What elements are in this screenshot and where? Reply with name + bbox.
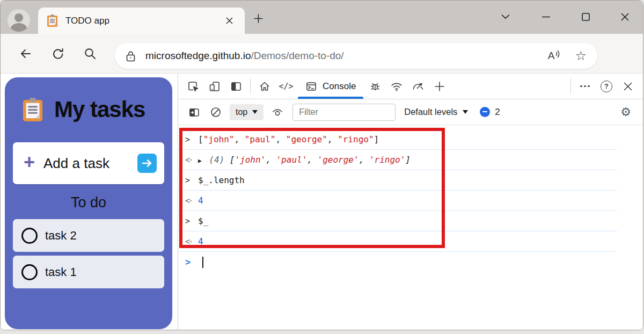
address-bar[interactable]: microsoftedge.github.io/Demos/demo-to-do… <box>115 43 597 69</box>
task-row[interactable]: task 2 <box>13 219 164 252</box>
add-task-input[interactable]: + Add a task <box>13 142 164 184</box>
console-output-arrow-icon: <· <box>185 237 198 246</box>
chevron-down-icon <box>463 110 468 114</box>
content-area: My tasks + Add a task To do task 2 <box>1 74 643 330</box>
devtools-close-icon[interactable] <box>617 76 639 97</box>
devtools-more-menu-icon[interactable] <box>574 76 596 97</box>
add-task-submit-button[interactable] <box>137 154 157 173</box>
todo-header: My tasks <box>5 77 172 122</box>
console-output-arrow-icon: <· <box>185 196 198 206</box>
url-text: microsoftedge.github.io/Demos/demo-to-do… <box>145 50 344 62</box>
browser-tab-todo-app[interactable]: TODO app <box>38 8 245 34</box>
console-filter-input[interactable] <box>292 104 396 121</box>
console-toolbar: top Default levels 2 ⚙ <box>178 99 643 125</box>
tab-strip: TODO app <box>1 1 643 34</box>
window-close-button[interactable] <box>616 8 634 26</box>
console-terminal-icon <box>305 81 317 92</box>
prompt-chevron-icon: > <box>185 257 198 267</box>
issues-chat-icon[interactable] <box>480 107 490 117</box>
console-messages-area[interactable]: >["john", "paul", "george", "ringo"]<·▶ … <box>178 126 643 330</box>
devtools-main-toolbar: </> Console <box>178 74 643 99</box>
search-icon[interactable] <box>82 46 98 62</box>
toolbar-divider <box>570 78 571 95</box>
console-log: >["john", "paul", "george", "ringo"]<·▶ … <box>178 126 643 252</box>
console-output-row[interactable]: <·4 <box>178 191 617 211</box>
tab-console[interactable]: Console <box>297 74 364 99</box>
tab-title: TODO app <box>65 16 109 26</box>
console-input-chevron-icon: > <box>185 216 198 226</box>
screenshot-stage: TODO app <box>0 0 644 334</box>
log-levels-label: Default levels <box>404 107 457 117</box>
todo-section-heading: To do <box>5 194 172 211</box>
app-title: My tasks <box>54 97 145 122</box>
console-message-text: 4 <box>198 236 203 246</box>
tab-actions-chevron-icon[interactable] <box>496 8 515 26</box>
context-selector-dropdown[interactable]: top <box>230 104 264 120</box>
console-input-chevron-icon: > <box>185 135 198 144</box>
my-tasks-panel: My tasks + Add a task To do task 2 <box>5 77 172 329</box>
task-checkbox-circle-icon[interactable] <box>21 264 38 280</box>
toolbar-divider <box>250 78 251 95</box>
dock-side-icon[interactable] <box>225 76 247 97</box>
minimize-button[interactable] <box>537 8 555 26</box>
text-cursor <box>202 257 203 268</box>
task-label: task 1 <box>45 265 77 279</box>
performance-gauge-icon[interactable] <box>407 76 429 97</box>
console-input-row[interactable]: >$_.length <box>178 170 617 191</box>
console-output-row[interactable]: <·4 <box>178 231 617 252</box>
maximize-button[interactable] <box>576 8 595 26</box>
more-tools-plus-icon[interactable] <box>429 76 450 97</box>
help-icon[interactable]: ? <box>596 76 617 97</box>
console-message-text: ["john", "paul", "george", "ringo"] <box>198 134 379 144</box>
back-icon[interactable] <box>18 46 34 62</box>
console-output-row[interactable]: <·▶ (4) ['john', 'paul', 'george', 'ring… <box>178 150 617 170</box>
inspect-element-icon[interactable] <box>182 76 204 97</box>
avatar-person-icon <box>14 13 23 22</box>
console-tab-label: Console <box>323 81 356 92</box>
chevron-down-icon <box>252 110 258 114</box>
home-icon[interactable] <box>254 76 275 97</box>
new-tab-button[interactable] <box>250 10 267 27</box>
log-levels-dropdown[interactable]: Default levels <box>404 107 468 117</box>
profile-avatar[interactable] <box>8 9 30 32</box>
console-message-text: ▶ (4) ['john', 'paul', 'george', 'ringo'… <box>198 155 411 165</box>
console-prompt[interactable]: > <box>178 252 643 272</box>
live-expression-eye-icon[interactable] <box>267 101 288 123</box>
add-task-label: Add a task <box>43 155 109 172</box>
clipboard-favicon-icon <box>47 14 58 27</box>
task-checkbox-circle-icon[interactable] <box>21 228 38 244</box>
browser-window: TODO app <box>0 0 643 330</box>
context-selector-value: top <box>236 107 247 117</box>
console-input-row[interactable]: >$_ <box>178 211 617 231</box>
console-input-chevron-icon: > <box>185 176 198 185</box>
console-sidebar-icon[interactable] <box>184 101 205 123</box>
console-message-text: 4 <box>198 195 203 206</box>
reload-icon[interactable] <box>50 46 66 62</box>
favorite-star-icon[interactable]: ☆ <box>575 49 587 62</box>
console-message-text: $_.length <box>198 175 245 185</box>
lock-icon[interactable] <box>126 50 136 62</box>
task-row[interactable]: task 1 <box>13 256 164 288</box>
gear-icon[interactable]: ⚙ <box>620 106 631 118</box>
clipboard-app-icon <box>22 97 43 122</box>
console-input-row[interactable]: >["john", "paul", "george", "ringo"] <box>178 129 617 150</box>
tab-close-icon[interactable] <box>222 14 236 28</box>
todo-page: My tasks + Add a task To do task 2 <box>1 74 178 330</box>
network-wifi-icon[interactable] <box>386 76 407 97</box>
console-output-arrow-icon: <· <box>185 155 198 165</box>
read-aloud-icon[interactable]: A <box>548 50 561 62</box>
bug-debug-icon[interactable] <box>364 76 386 97</box>
browser-toolbar: microsoftedge.github.io/Demos/demo-to-do… <box>1 34 643 74</box>
device-emulation-icon[interactable] <box>204 76 225 97</box>
sources-code-icon[interactable]: </> <box>275 76 297 97</box>
task-label: task 2 <box>45 229 77 243</box>
clear-console-icon[interactable] <box>205 101 226 123</box>
avatar-person-icon <box>11 23 27 32</box>
devtools-panel: </> Console <box>178 74 643 330</box>
plus-icon: + <box>24 153 35 172</box>
issues-count: 2 <box>495 107 500 118</box>
console-message-text: $_ <box>198 216 208 226</box>
